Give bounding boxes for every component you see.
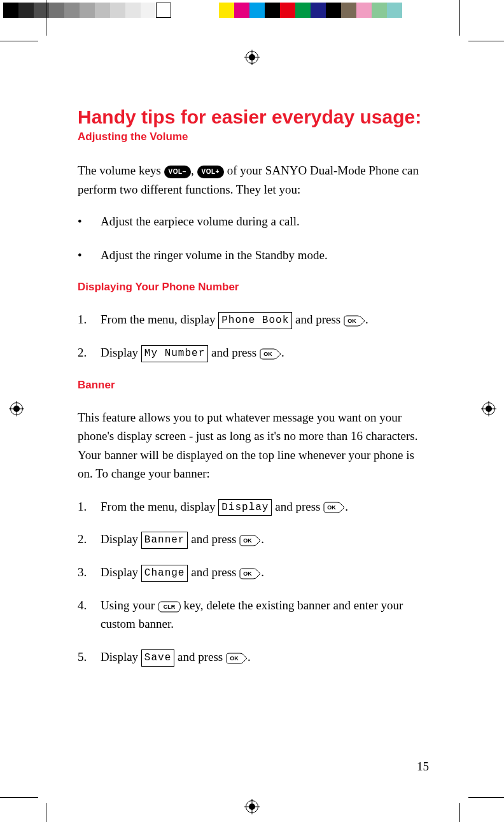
crop-mark: [468, 41, 504, 41]
list-item: 2.Display Banner and press OK.: [78, 530, 431, 549]
crop-mark: [459, 803, 460, 822]
ok-key-icon: OK: [323, 502, 345, 513]
step-text: From the menu, display: [101, 500, 218, 513]
lcd-label-my-number: My Number: [141, 345, 208, 362]
svg-text:OK: OK: [327, 504, 336, 511]
step-text: and press: [292, 313, 344, 326]
step-text: .: [261, 565, 264, 579]
lcd-label-change: Change: [141, 565, 188, 582]
list-item: 2.Display My Number and press OK.: [78, 343, 431, 362]
list-item: •Adjust the earpiece volume during a cal…: [78, 213, 431, 231]
ok-key-icon: OK: [260, 348, 281, 360]
grayscale-calibration-bar: [3, 3, 171, 18]
registration-mark-icon: [9, 401, 24, 416]
list-item: 5.Display Save and press OK.: [78, 648, 431, 667]
step-text: From the menu, display: [101, 313, 218, 326]
step-text: Display: [101, 346, 141, 359]
step-text: .: [365, 313, 368, 326]
page-number: 15: [417, 760, 429, 774]
clr-key-icon: CLR: [158, 601, 181, 613]
step-text: Display: [101, 532, 141, 546]
section-heading-phone-number: Displaying Your Phone Number: [78, 281, 431, 294]
ok-key-icon: OK: [226, 653, 248, 664]
text: The volume keys: [78, 164, 164, 177]
lcd-label-phone-book: Phone Book: [218, 312, 292, 329]
step-text: and press: [188, 565, 239, 579]
step-text: and press: [174, 650, 226, 663]
crop-mark: [0, 797, 38, 798]
crop-mark: [46, 0, 46, 36]
vol-minus-key-icon: VOL−: [164, 166, 191, 178]
svg-text:OK: OK: [347, 318, 356, 324]
intro-paragraph: The volume keys VOL−, VOL+ of your SANYO…: [78, 161, 431, 199]
svg-text:OK: OK: [243, 570, 252, 577]
step-text: .: [345, 500, 348, 513]
registration-mark-icon: [244, 799, 260, 814]
ok-key-icon: OK: [239, 568, 261, 579]
step-text: and press: [188, 532, 239, 546]
bullet-text: Adjust the earpiece volume during a call…: [101, 215, 300, 228]
registration-mark-icon: [244, 50, 260, 65]
color-calibration-bar: [219, 3, 402, 18]
list-item: 1.From the menu, display Display and pre…: [78, 497, 431, 516]
list-item: •Adjust the ringer volume in the Standby…: [78, 246, 431, 265]
page-content: Handy tips for easier everyday usage: Ad…: [78, 106, 431, 681]
crop-mark: [46, 803, 46, 822]
volume-bullet-list: •Adjust the earpiece volume during a cal…: [78, 213, 431, 264]
list-item: 4.Using your CLR key, delete the existin…: [78, 596, 431, 634]
crop-mark: [468, 797, 504, 798]
section-heading-banner: Banner: [78, 379, 431, 392]
lcd-label-display: Display: [218, 499, 272, 516]
step-text: Display: [101, 650, 141, 663]
registration-mark-icon: [481, 401, 496, 416]
ok-key-icon: OK: [344, 315, 365, 327]
svg-text:CLR: CLR: [163, 604, 175, 610]
list-item: 1.From the menu, display Phone Book and …: [78, 310, 431, 329]
banner-paragraph: This feature allows you to put whatever …: [78, 408, 431, 483]
list-item: 3.Display Change and press OK.: [78, 563, 431, 582]
step-text: and press: [208, 346, 260, 359]
banner-steps: 1.From the menu, display Display and pre…: [78, 497, 431, 667]
page-title: Handy tips for easier everyday usage:: [78, 106, 431, 128]
lcd-label-banner: Banner: [141, 532, 188, 549]
ok-key-icon: OK: [239, 535, 261, 546]
svg-text:OK: OK: [230, 655, 239, 662]
step-text: .: [281, 346, 284, 359]
section-heading-volume: Adjusting the Volume: [78, 131, 431, 143]
svg-text:OK: OK: [243, 537, 252, 544]
crop-mark: [459, 0, 460, 36]
vol-plus-key-icon: VOL+: [197, 166, 224, 178]
crop-mark: [0, 41, 38, 41]
phone-number-steps: 1.From the menu, display Phone Book and …: [78, 310, 431, 362]
bullet-text: Adjust the ringer volume in the Standby …: [101, 248, 328, 262]
text: ,: [191, 164, 197, 177]
step-text: and press: [272, 500, 323, 513]
svg-text:OK: OK: [263, 351, 272, 357]
step-text: .: [248, 650, 251, 663]
step-text: Using your: [101, 599, 158, 612]
step-text: .: [261, 532, 264, 546]
lcd-label-save: Save: [141, 649, 174, 667]
step-text: Display: [101, 565, 141, 579]
